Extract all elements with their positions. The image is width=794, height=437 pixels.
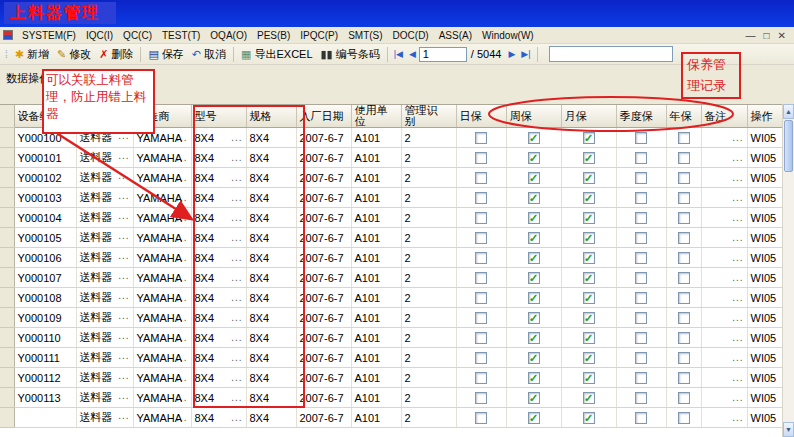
weekly-checkbox[interactable]: ✓ — [528, 132, 540, 144]
cell-unit[interactable]: A101 — [351, 368, 401, 388]
menu-item-oqa[interactable]: OQA(O) — [205, 30, 252, 41]
ellipsis-button[interactable]: ... — [732, 172, 743, 183]
cell-mgmt[interactable]: 2 — [401, 248, 456, 268]
yearly-checkbox[interactable] — [678, 132, 690, 144]
yearly-checkbox[interactable] — [678, 352, 690, 364]
ellipsis-button[interactable]: ... — [231, 412, 242, 423]
cell-date[interactable]: 2007-6-7 — [296, 148, 351, 168]
cell-maker[interactable]: ...YAMAHA — [133, 248, 191, 268]
weekly-checkbox[interactable]: ✓ — [528, 232, 540, 244]
ellipsis-button[interactable]: ... — [732, 152, 743, 163]
cell-spec[interactable]: 8X4 — [246, 128, 296, 148]
ellipsis-button[interactable]: ... — [231, 352, 242, 363]
cell-remark[interactable]: ... — [701, 288, 747, 308]
cell-maker[interactable]: ...YAMAHA — [133, 328, 191, 348]
cell-spec[interactable]: 8X4 — [246, 408, 296, 428]
cell-name[interactable]: ...送料器 — [76, 328, 133, 348]
cell-id[interactable]: Y000110 — [14, 328, 76, 348]
weekly-checkbox[interactable]: ✓ — [528, 412, 540, 424]
monthly-checkbox[interactable]: ✓ — [583, 272, 595, 284]
col-header-unit[interactable]: 使用单位 — [351, 105, 401, 128]
weekly-checkbox[interactable]: ✓ — [528, 192, 540, 204]
daily-checkbox[interactable] — [475, 172, 487, 184]
cell-model[interactable]: ...8X4 — [191, 208, 246, 228]
cell-unit[interactable]: A101 — [351, 348, 401, 368]
ellipsis-button[interactable]: ... — [231, 252, 242, 263]
col-header-yearly[interactable]: 年保 — [666, 105, 701, 128]
quarterly-checkbox[interactable] — [635, 372, 647, 384]
quarterly-checkbox[interactable] — [635, 152, 647, 164]
cell-unit[interactable]: A101 — [351, 188, 401, 208]
ellipsis-button[interactable]: ... — [231, 232, 242, 243]
cell-unit[interactable]: A101 — [351, 168, 401, 188]
cell-op[interactable]: WI05 — [747, 248, 782, 268]
menu-item-window[interactable]: Window(W) — [477, 30, 539, 41]
yearly-checkbox[interactable] — [678, 252, 690, 264]
daily-checkbox[interactable] — [475, 332, 487, 344]
ellipsis-button[interactable]: ... — [118, 190, 129, 201]
col-header-monthly[interactable]: 月保 — [561, 105, 616, 128]
quarterly-checkbox[interactable] — [635, 132, 647, 144]
daily-checkbox[interactable] — [475, 312, 487, 324]
col-header-daily[interactable]: 日保 — [456, 105, 506, 128]
quarterly-checkbox[interactable] — [635, 352, 647, 364]
scrollbar-thumb[interactable] — [784, 120, 793, 172]
ellipsis-button[interactable]: ... — [231, 372, 242, 383]
ellipsis-button[interactable]: ... — [231, 392, 242, 403]
cell-maker[interactable]: ...YAMAHA — [133, 308, 191, 328]
cell-model[interactable]: ...8X4 — [191, 228, 246, 248]
daily-checkbox[interactable] — [475, 132, 487, 144]
cell-name[interactable]: ...送料器 — [76, 388, 133, 408]
cell-op[interactable]: WI05 — [747, 168, 782, 188]
menu-item-pes[interactable]: PES(B) — [252, 30, 295, 41]
cell-op[interactable]: WI05 — [747, 348, 782, 368]
weekly-checkbox[interactable]: ✓ — [528, 292, 540, 304]
daily-checkbox[interactable] — [475, 212, 487, 224]
weekly-checkbox[interactable]: ✓ — [528, 212, 540, 224]
delete-button[interactable]: ✗删除 — [95, 46, 137, 63]
cell-id[interactable]: Y000103 — [14, 188, 76, 208]
row-selector[interactable] — [0, 228, 14, 248]
ellipsis-button[interactable]: ... — [118, 350, 129, 361]
scroll-down-icon[interactable]: ▼ — [783, 422, 794, 437]
ellipsis-button[interactable]: ... — [732, 212, 743, 223]
barcode-button[interactable]: ▮▮编号条码 — [317, 46, 384, 63]
cell-mgmt[interactable]: 2 — [401, 168, 456, 188]
cell-mgmt[interactable]: 2 — [401, 188, 456, 208]
daily-checkbox[interactable] — [475, 392, 487, 404]
row-selector[interactable] — [0, 408, 14, 428]
monthly-checkbox[interactable]: ✓ — [583, 332, 595, 344]
cell-date[interactable]: 2007-6-7 — [296, 368, 351, 388]
ellipsis-button[interactable]: ... — [118, 170, 129, 181]
cell-remark[interactable]: ... — [701, 148, 747, 168]
cell-mgmt[interactable]: 2 — [401, 388, 456, 408]
nav-first-button[interactable]: |◀ — [391, 49, 406, 59]
cell-spec[interactable]: 8X4 — [246, 308, 296, 328]
cell-model[interactable]: ...8X4 — [191, 188, 246, 208]
cell-remark[interactable]: ... — [701, 368, 747, 388]
cell-maker[interactable]: ...YAMAHA — [133, 268, 191, 288]
ellipsis-button[interactable]: ... — [118, 150, 129, 161]
cell-spec[interactable]: 8X4 — [246, 228, 296, 248]
yearly-checkbox[interactable] — [678, 212, 690, 224]
cell-id[interactable]: Y000112 — [14, 368, 76, 388]
ellipsis-button[interactable]: ... — [231, 212, 242, 223]
cell-spec[interactable]: 8X4 — [246, 148, 296, 168]
ellipsis-button[interactable]: ... — [732, 292, 743, 303]
ellipsis-button[interactable]: ... — [118, 210, 129, 221]
save-button[interactable]: ▤保存 — [144, 46, 187, 63]
cell-maker[interactable]: ...YAMAHA — [133, 208, 191, 228]
page-number-input[interactable] — [419, 47, 467, 62]
weekly-checkbox[interactable]: ✓ — [528, 252, 540, 264]
menu-item-ipqc[interactable]: IPQC(P) — [295, 30, 343, 41]
cell-spec[interactable]: 8X4 — [246, 348, 296, 368]
cell-unit[interactable]: A101 — [351, 328, 401, 348]
cell-mgmt[interactable]: 2 — [401, 408, 456, 428]
cell-name[interactable]: ...送料器 — [76, 248, 133, 268]
cell-mgmt[interactable]: 2 — [401, 268, 456, 288]
daily-checkbox[interactable] — [475, 252, 487, 264]
yearly-checkbox[interactable] — [678, 172, 690, 184]
yearly-checkbox[interactable] — [678, 412, 690, 424]
cancel-button[interactable]: ↶取消 — [188, 46, 230, 63]
nav-last-button[interactable]: ▶| — [518, 49, 533, 59]
